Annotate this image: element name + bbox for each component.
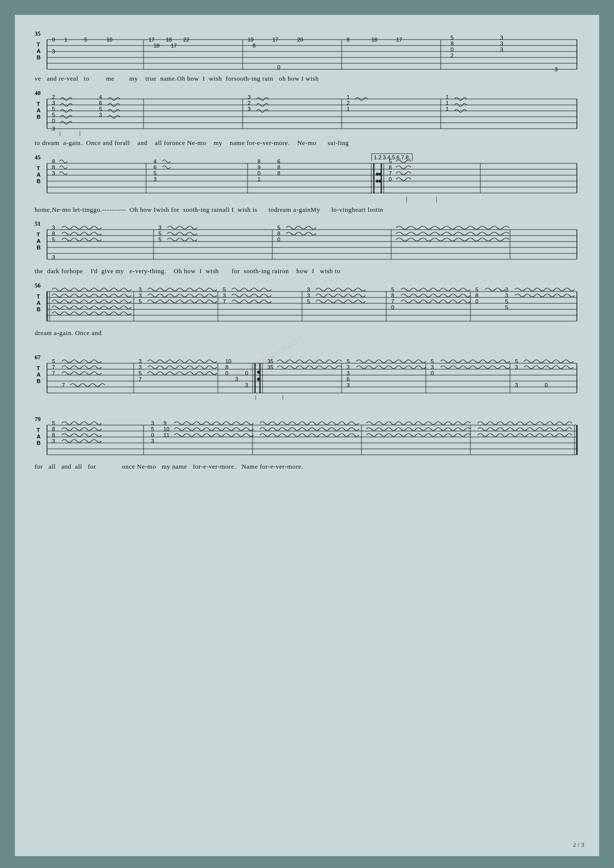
svg-point-98 [379, 173, 382, 176]
svg-text:3: 3 [139, 364, 142, 370]
svg-text:A: A [37, 372, 41, 378]
svg-text:3: 3 [248, 94, 251, 100]
svg-text:0: 0 [52, 118, 55, 124]
svg-text:18: 18 [166, 37, 172, 43]
svg-text:0: 0 [277, 237, 280, 242]
svg-text:A: A [37, 300, 41, 306]
svg-text:4: 4 [99, 94, 102, 100]
svg-text:8: 8 [475, 292, 478, 298]
svg-text:6: 6 [154, 164, 156, 170]
svg-text:7: 7 [52, 370, 55, 376]
svg-text:T: T [37, 232, 40, 238]
svg-text:22: 22 [183, 37, 189, 43]
svg-text:5: 5 [154, 170, 156, 176]
svg-text:B: B [37, 378, 41, 384]
svg-text:0: 0 [391, 304, 394, 310]
svg-text:5: 5 [139, 370, 142, 376]
svg-text:8: 8 [257, 158, 260, 164]
svg-text:3: 3 [347, 382, 350, 388]
svg-text:17: 17 [396, 37, 402, 43]
svg-text:3: 3 [505, 292, 508, 298]
svg-text:8: 8 [52, 426, 55, 432]
svg-text:3: 3 [52, 170, 55, 176]
svg-text:3: 3 [347, 364, 350, 370]
svg-text:T: T [37, 42, 40, 48]
tab-staff-6: 67 T A B [35, 353, 579, 400]
svg-text:|: | [59, 130, 60, 136]
svg-text:0: 0 [245, 370, 248, 376]
tab-section-6: 67 T A B [35, 353, 579, 400]
svg-text:0: 0 [451, 47, 454, 52]
svg-text:8: 8 [391, 292, 394, 298]
svg-text:8: 8 [277, 170, 280, 176]
svg-text:3: 3 [347, 370, 350, 376]
svg-text:8: 8 [347, 37, 350, 43]
svg-text:8: 8 [52, 231, 55, 237]
svg-text:6: 6 [99, 100, 102, 106]
svg-text:6: 6 [277, 158, 280, 164]
svg-text:3: 3 [139, 292, 142, 298]
svg-text:7: 7 [223, 298, 226, 304]
svg-text:3: 3 [515, 382, 518, 388]
svg-text:5: 5 [158, 237, 161, 242]
svg-text:|: | [79, 130, 80, 136]
svg-text:8: 8 [52, 158, 55, 164]
svg-text:51: 51 [35, 220, 41, 227]
tab-section-7: 79 T A B 5 8 8 3 [35, 415, 579, 472]
svg-text:5: 5 [505, 304, 508, 310]
svg-text:0: 0 [431, 370, 434, 376]
svg-text:3: 3 [99, 112, 102, 118]
svg-text:10: 10 [163, 426, 169, 432]
svg-text:5: 5 [151, 426, 154, 432]
svg-text:5: 5 [99, 106, 102, 112]
svg-text:10: 10 [106, 37, 112, 43]
svg-text:3: 3 [52, 225, 55, 231]
svg-text:1: 1 [446, 94, 449, 100]
svg-text:8: 8 [277, 231, 280, 237]
svg-text:5: 5 [515, 358, 518, 364]
svg-text:3: 3 [52, 254, 55, 260]
svg-text:7: 7 [391, 298, 394, 304]
svg-text:20: 20 [297, 37, 303, 43]
svg-text:8: 8 [225, 364, 228, 370]
svg-text:56: 56 [35, 282, 41, 289]
svg-text:67: 67 [35, 354, 41, 361]
lyrics-5: dream a-gain. Once and [35, 328, 579, 338]
svg-text:1: 1 [446, 106, 449, 112]
svg-text:3: 3 [307, 292, 310, 298]
svg-point-95 [376, 180, 379, 183]
svg-text:5: 5 [52, 420, 55, 426]
svg-text:0: 0 [52, 37, 55, 43]
svg-text:8: 8 [389, 164, 392, 170]
tab-staff-5: 56 T A B [35, 282, 579, 326]
svg-text:0: 0 [257, 170, 260, 176]
svg-text:3: 3 [151, 438, 154, 444]
svg-text:3: 3 [52, 126, 55, 132]
tab-staff-4: 51 T A B 3 8 5 3 3 [35, 220, 579, 264]
svg-text:3: 3 [158, 225, 161, 231]
svg-text:5: 5 [451, 35, 454, 41]
svg-text:5: 5 [84, 37, 87, 43]
svg-text:B: B [37, 306, 41, 312]
svg-text:3: 3 [52, 100, 55, 106]
svg-text:5: 5 [223, 287, 226, 292]
svg-text:T: T [37, 165, 40, 171]
svg-text:7: 7 [139, 376, 142, 382]
svg-text:3: 3 [505, 287, 508, 292]
tab-staff-1: 35 T A B 0 3 [35, 30, 579, 72]
svg-text:T: T [37, 101, 40, 107]
svg-text:5: 5 [277, 225, 280, 231]
svg-text:3: 3 [248, 106, 251, 112]
svg-text:B: B [37, 114, 41, 120]
svg-text:B: B [37, 440, 41, 446]
sheet-music-page: 弹吧 www.tan8.com 35 T A B [15, 15, 599, 856]
svg-text:5: 5 [505, 298, 508, 304]
svg-text:11: 11 [163, 432, 169, 438]
svg-text:4: 4 [154, 158, 156, 164]
svg-text:8: 8 [52, 164, 55, 170]
svg-text:0: 0 [389, 176, 392, 182]
svg-point-205 [257, 371, 260, 374]
svg-text:3: 3 [500, 35, 503, 41]
svg-text:3: 3 [245, 382, 248, 388]
svg-text:5: 5 [52, 237, 55, 242]
